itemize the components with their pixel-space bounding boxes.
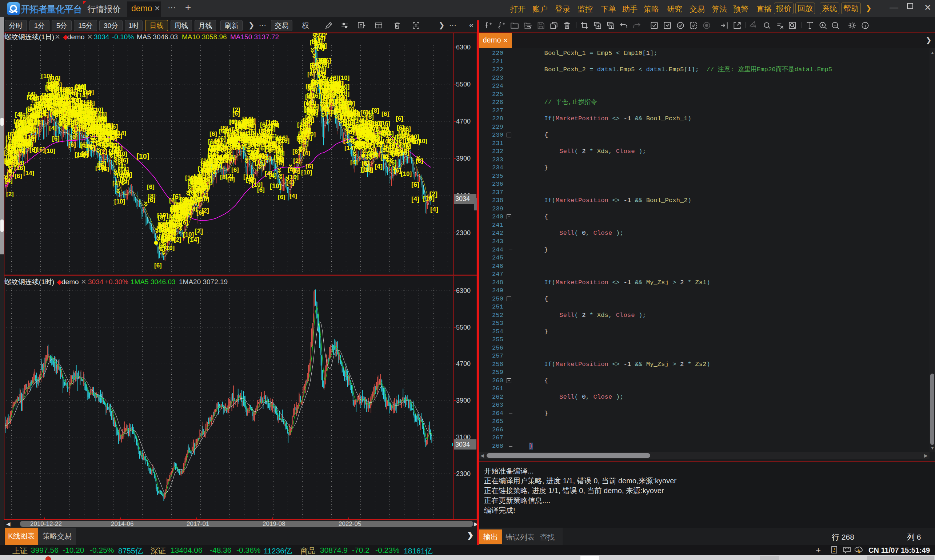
svg-text:-0.10%: -0.10% xyxy=(112,33,134,41)
svg-text:[2]: [2] xyxy=(202,207,209,214)
svg-text:[6]: [6] xyxy=(148,197,155,203)
svg-text:5500: 5500 xyxy=(456,81,471,88)
svg-text:[6]: [6] xyxy=(276,136,283,143)
svg-text:[6]: [6] xyxy=(210,131,217,137)
svg-text:[8]: [8] xyxy=(276,157,284,163)
svg-text:[2]: [2] xyxy=(233,106,241,113)
svg-text:[8]: [8] xyxy=(158,214,165,221)
svg-text:3034: 3034 xyxy=(455,195,470,202)
svg-text:[6]: [6] xyxy=(231,166,239,173)
svg-text:[10]: [10] xyxy=(339,91,349,97)
svg-text:[2]: [2] xyxy=(98,160,106,167)
svg-text:[6]: [6] xyxy=(87,144,95,151)
svg-text:[14]: [14] xyxy=(343,137,354,144)
svg-text:[6]: [6] xyxy=(396,115,403,122)
svg-text:[10]: [10] xyxy=(301,169,312,176)
svg-text:3900: 3900 xyxy=(456,397,471,404)
svg-text:6300: 6300 xyxy=(456,44,471,51)
svg-text:[2]: [2] xyxy=(293,157,301,164)
svg-text:6300: 6300 xyxy=(456,287,471,294)
svg-text:[14]: [14] xyxy=(38,111,49,118)
svg-text:[6]: [6] xyxy=(319,65,327,72)
svg-text:+0.30%: +0.30% xyxy=(105,278,128,286)
svg-text:[14]: [14] xyxy=(14,160,25,167)
svg-text:[6]: [6] xyxy=(403,125,411,132)
svg-text:[10]: [10] xyxy=(349,111,360,117)
svg-text:螺纹钢连续(1时): 螺纹钢连续(1时) xyxy=(5,278,54,286)
svg-text:[4]: [4] xyxy=(286,179,294,186)
svg-text:[4]: [4] xyxy=(411,195,419,203)
svg-text:[10]: [10] xyxy=(401,171,412,177)
svg-text:[6]: [6] xyxy=(305,163,313,170)
svg-text:[6]: [6] xyxy=(84,90,91,97)
svg-text:[4]: [4] xyxy=(350,159,358,166)
svg-text:[14]: [14] xyxy=(344,145,355,152)
svg-text:3900: 3900 xyxy=(456,155,471,162)
svg-text:[6]: [6] xyxy=(277,150,285,157)
svg-text:[6]: [6] xyxy=(389,159,397,166)
svg-text:5500: 5500 xyxy=(456,324,471,331)
svg-text:[10]: [10] xyxy=(423,195,435,202)
svg-text:1MA20 3072.19: 1MA20 3072.19 xyxy=(179,278,228,286)
svg-text:[4]: [4] xyxy=(269,172,277,179)
svg-text:[6]: [6] xyxy=(121,157,128,164)
svg-text:✕: ✕ xyxy=(54,33,60,41)
svg-text:[6]: [6] xyxy=(278,194,285,201)
svg-text:3034: 3034 xyxy=(94,33,110,41)
svg-text:[4]: [4] xyxy=(318,33,326,39)
svg-text:MA5 3046.03: MA5 3046.03 xyxy=(137,33,178,41)
svg-text:[14]: [14] xyxy=(188,236,199,243)
svg-text:[6]: [6] xyxy=(292,167,300,174)
svg-text:1MA5 3046.03: 1MA5 3046.03 xyxy=(131,278,176,286)
svg-text:[10]: [10] xyxy=(49,75,60,82)
svg-text:2300: 2300 xyxy=(456,470,471,477)
svg-text:[2]: [2] xyxy=(195,228,203,235)
svg-text:[2]: [2] xyxy=(100,148,107,155)
svg-text:[2]: [2] xyxy=(256,164,264,171)
svg-text:[8]: [8] xyxy=(292,148,300,155)
svg-text:[16]: [16] xyxy=(188,199,199,206)
svg-text:[4]: [4] xyxy=(386,130,394,137)
svg-text:3034: 3034 xyxy=(88,278,103,286)
svg-text:MA10 3058.96: MA10 3058.96 xyxy=(182,33,227,41)
svg-text:[6]: [6] xyxy=(381,111,389,117)
svg-text:demo: demo xyxy=(62,278,79,286)
svg-text:MA150 3137.72: MA150 3137.72 xyxy=(230,33,279,41)
svg-text:4700: 4700 xyxy=(456,118,471,125)
svg-text:✕: ✕ xyxy=(81,278,86,286)
svg-text:[10]: [10] xyxy=(44,148,55,154)
svg-text:[10]: [10] xyxy=(417,138,427,145)
svg-text:[6]: [6] xyxy=(15,172,22,180)
svg-text:[6]: [6] xyxy=(173,193,181,200)
svg-text:demo: demo xyxy=(67,33,85,41)
svg-text:✕: ✕ xyxy=(87,33,93,41)
svg-text:螺纹钢连续(1日): 螺纹钢连续(1日) xyxy=(5,33,54,41)
svg-text:[10]: [10] xyxy=(116,151,127,157)
svg-text:2300: 2300 xyxy=(456,229,471,237)
svg-text:[6]: [6] xyxy=(147,183,154,191)
svg-text:[6]: [6] xyxy=(87,100,95,106)
svg-text:[10]: [10] xyxy=(114,198,125,205)
svg-text:[4]: [4] xyxy=(430,206,438,213)
svg-text:3034: 3034 xyxy=(455,441,470,448)
svg-text:[6]: [6] xyxy=(227,176,235,183)
svg-text:[8]: [8] xyxy=(248,123,256,130)
svg-text:[6]: [6] xyxy=(329,98,336,105)
svg-text:[14]: [14] xyxy=(32,119,43,126)
svg-text:[6]: [6] xyxy=(320,57,328,64)
svg-text:[6]: [6] xyxy=(343,98,351,105)
svg-text:4700: 4700 xyxy=(456,360,471,368)
svg-text:[4]: [4] xyxy=(317,44,324,51)
svg-text:[6]: [6] xyxy=(90,107,98,114)
svg-text:[10]: [10] xyxy=(136,152,150,160)
svg-text:[6]: [6] xyxy=(271,120,278,127)
svg-text:[14]: [14] xyxy=(23,170,34,177)
svg-text:[6]: [6] xyxy=(257,186,265,193)
svg-text:[8]: [8] xyxy=(416,157,423,164)
svg-text:[4]: [4] xyxy=(171,206,179,213)
svg-text:[16]: [16] xyxy=(34,146,45,153)
svg-text:[6]: [6] xyxy=(362,161,370,168)
svg-text:[6]: [6] xyxy=(68,142,76,148)
svg-text:[10]: [10] xyxy=(339,74,349,82)
svg-text:[4]: [4] xyxy=(113,180,120,187)
